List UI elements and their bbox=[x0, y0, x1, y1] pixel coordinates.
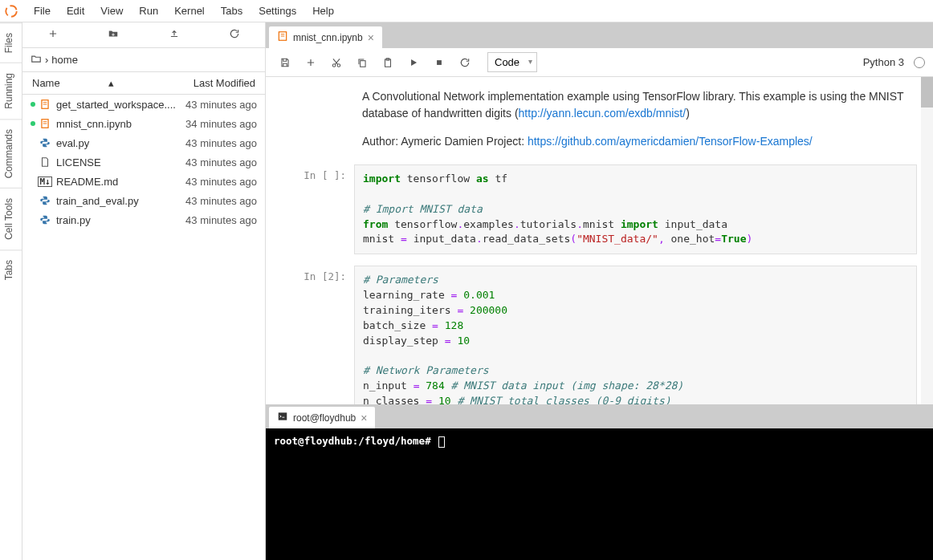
main-area: Files Running Commands Cell Tools Tabs ›… bbox=[0, 22, 933, 560]
notebook-content[interactable]: A Convolutional Network implementation e… bbox=[266, 77, 933, 404]
menu-view[interactable]: View bbox=[92, 2, 131, 20]
code-input[interactable]: import tensorflow as tf # Import MNIST d… bbox=[354, 164, 917, 254]
file-browser: › home Name▴ Last Modified get_started_w… bbox=[22, 22, 266, 560]
menu-kernel[interactable]: Kernel bbox=[166, 2, 213, 20]
svg-rect-6 bbox=[361, 60, 365, 67]
file-modified: 43 minutes ago bbox=[185, 137, 257, 149]
menu-edit[interactable]: Edit bbox=[59, 2, 92, 20]
sort-icon[interactable]: ▴ bbox=[108, 77, 114, 89]
running-dot-icon bbox=[31, 121, 35, 126]
home-folder-icon[interactable] bbox=[31, 53, 42, 67]
work-area: mnist_cnn.ipynb × Code Python 3 bbox=[266, 22, 933, 560]
cut-button[interactable] bbox=[325, 51, 348, 74]
svg-rect-9 bbox=[437, 60, 442, 65]
scrollbar-thumb[interactable] bbox=[921, 77, 933, 108]
md-icon: M↓ bbox=[39, 175, 51, 188]
header-name[interactable]: Name bbox=[32, 77, 60, 89]
copy-button[interactable] bbox=[351, 51, 373, 74]
notebook-icon bbox=[39, 98, 51, 111]
file-item[interactable]: eval.py43 minutes ago bbox=[22, 133, 265, 152]
paste-button[interactable] bbox=[377, 51, 399, 74]
file-modified: 43 minutes ago bbox=[185, 156, 257, 168]
file-modified: 34 minutes ago bbox=[185, 118, 257, 130]
code-cell-1[interactable]: In [ ]: import tensorflow as tf # Import… bbox=[266, 163, 933, 256]
save-button[interactable] bbox=[274, 51, 296, 74]
running-dot-icon bbox=[31, 102, 35, 107]
menu-bar: File Edit View Run Kernel Tabs Settings … bbox=[22, 2, 342, 20]
tab-terminal[interactable]: root@floydhub × bbox=[269, 407, 375, 428]
tab-title: mnist_cnn.ipynb bbox=[293, 32, 363, 43]
activity-bar: Files Running Commands Cell Tools Tabs bbox=[0, 22, 22, 560]
restart-button[interactable] bbox=[454, 51, 476, 74]
refresh-button[interactable] bbox=[205, 23, 266, 47]
new-folder-button[interactable] bbox=[84, 23, 145, 47]
kernel-name[interactable]: Python 3 bbox=[863, 56, 904, 68]
run-button[interactable] bbox=[402, 51, 425, 74]
running-dot-icon bbox=[31, 179, 35, 184]
file-modified: 43 minutes ago bbox=[185, 214, 257, 226]
file-name: train.py bbox=[56, 214, 185, 226]
tab-notebook[interactable]: mnist_cnn.ipynb × bbox=[269, 26, 382, 48]
file-name: README.md bbox=[56, 176, 185, 188]
file-modified: 43 minutes ago bbox=[185, 195, 257, 207]
file-item[interactable]: get_started_workspace....43 minutes ago bbox=[22, 95, 265, 114]
menu-help[interactable]: Help bbox=[304, 2, 342, 20]
terminal-content[interactable]: root@floydhub:/floyd/home# bbox=[266, 428, 933, 560]
breadcrumb-sep: › bbox=[45, 54, 48, 66]
sidetab-celltools[interactable]: Cell Tools bbox=[0, 188, 22, 250]
file-item[interactable]: M↓README.md43 minutes ago bbox=[22, 172, 265, 191]
interrupt-button[interactable] bbox=[428, 51, 450, 74]
tab-title: root@floydhub bbox=[293, 412, 356, 424]
menu-tabs[interactable]: Tabs bbox=[213, 2, 251, 20]
new-launcher-button[interactable] bbox=[22, 23, 84, 47]
terminal-icon bbox=[277, 411, 288, 424]
running-dot-icon bbox=[31, 160, 35, 164]
markdown-cell[interactable]: A Convolutional Network implementation e… bbox=[266, 85, 933, 163]
md-text: ) bbox=[686, 107, 690, 120]
sidetab-running[interactable]: Running bbox=[0, 63, 22, 119]
jupyter-logo[interactable] bbox=[0, 0, 22, 22]
filebrowser-toolbar bbox=[22, 22, 265, 48]
file-modified: 43 minutes ago bbox=[185, 176, 257, 188]
running-dot-icon bbox=[31, 198, 35, 203]
breadcrumb-current[interactable]: home bbox=[51, 54, 78, 66]
kernel-status-icon[interactable] bbox=[914, 57, 925, 68]
sidetab-files[interactable]: Files bbox=[0, 22, 22, 63]
scrollbar-track[interactable] bbox=[921, 77, 933, 404]
insert-cell-button[interactable] bbox=[299, 51, 322, 74]
python-icon bbox=[39, 213, 51, 226]
notebook-toolbar: Code Python 3 bbox=[266, 48, 933, 77]
file-list-header[interactable]: Name▴ Last Modified bbox=[22, 72, 265, 95]
code-input[interactable]: # Parameters learning_rate = 0.001 train… bbox=[354, 266, 917, 404]
menu-run[interactable]: Run bbox=[131, 2, 166, 20]
file-name: LICENSE bbox=[56, 156, 185, 168]
file-icon bbox=[39, 156, 51, 168]
top-bar: File Edit View Run Kernel Tabs Settings … bbox=[0, 0, 933, 22]
running-dot-icon bbox=[31, 217, 35, 222]
sidetab-commands[interactable]: Commands bbox=[0, 119, 22, 188]
file-item[interactable]: LICENSE43 minutes ago bbox=[22, 152, 265, 172]
notebook-icon bbox=[277, 30, 288, 44]
md-link-github[interactable]: https://github.com/aymericdamien/TensorF… bbox=[528, 135, 813, 148]
svg-point-0 bbox=[6, 6, 17, 17]
sidetab-tabs[interactable]: Tabs bbox=[0, 250, 22, 290]
terminal-panel: root@floydhub × root@floydhub:/floyd/hom… bbox=[266, 404, 933, 560]
cell-type-select-wrap[interactable]: Code bbox=[487, 52, 537, 72]
menu-settings[interactable]: Settings bbox=[251, 2, 304, 20]
code-cell-2[interactable]: In [2]: # Parameters learning_rate = 0.0… bbox=[266, 264, 933, 404]
cell-type-select[interactable]: Code bbox=[487, 52, 537, 72]
menu-file[interactable]: File bbox=[26, 2, 59, 20]
md-link-mnist[interactable]: http://yann.lecun.com/exdb/mnist/ bbox=[519, 107, 687, 120]
file-item[interactable]: train_and_eval.py43 minutes ago bbox=[22, 191, 265, 210]
cell-prompt: In [2]: bbox=[282, 266, 354, 404]
tab-close-button[interactable]: × bbox=[361, 412, 367, 424]
header-modified[interactable]: Last Modified bbox=[194, 77, 255, 89]
file-item[interactable]: mnist_cnn.ipynb34 minutes ago bbox=[22, 114, 265, 133]
upload-button[interactable] bbox=[144, 23, 205, 47]
breadcrumb[interactable]: › home bbox=[22, 48, 265, 72]
tab-close-button[interactable]: × bbox=[368, 31, 374, 44]
file-item[interactable]: train.py43 minutes ago bbox=[22, 210, 265, 229]
terminal-cursor bbox=[438, 436, 445, 448]
running-dot-icon bbox=[31, 140, 35, 145]
md-text: Author: Aymeric Damien Project: bbox=[362, 135, 528, 148]
